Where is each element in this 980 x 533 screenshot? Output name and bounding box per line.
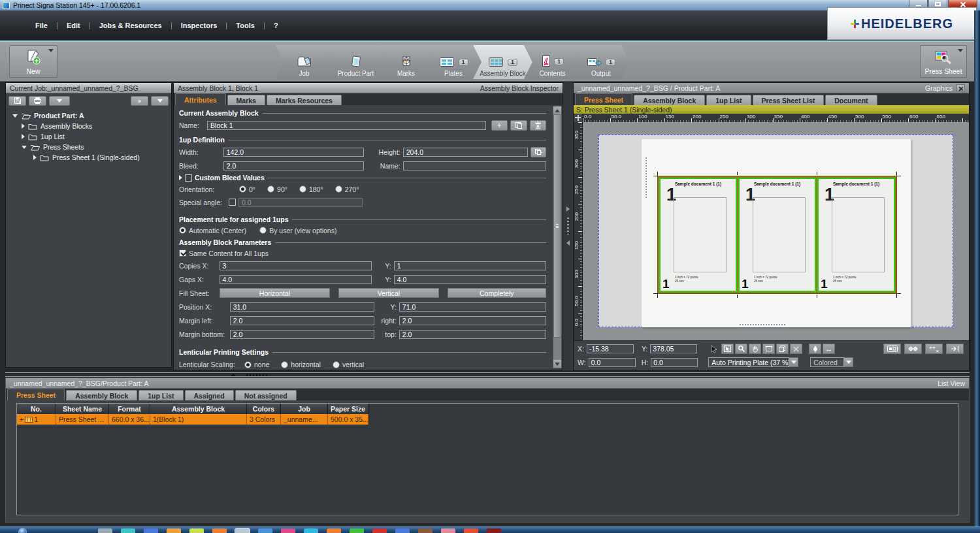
tree-item-product-part[interactable]: Product Part: A [7,110,170,121]
position-x-input[interactable]: 31.0 [230,302,374,312]
lenticular-vertical-radio[interactable] [333,361,340,368]
orientation-0-radio[interactable] [239,186,246,193]
pages-tool[interactable] [776,344,789,354]
zoom-tool[interactable] [735,344,747,354]
pan-tool[interactable] [749,344,761,354]
column-header[interactable]: Format [109,404,150,414]
lenticular-horizontal-radio[interactable] [281,361,288,368]
press-sheet-dropdown-icon[interactable] [958,49,963,52]
taskbar-icon[interactable] [258,528,272,533]
tab-assembly-block-list-view[interactable]: Assembly Block [66,390,137,400]
step-contents[interactable]: 1 Contents [524,45,581,79]
taskbar-icon[interactable] [464,528,478,533]
column-header[interactable]: No. [17,404,56,414]
copies-y-input[interactable]: 1 [394,261,546,270]
duplicate-block-button[interactable] [510,120,527,131]
tab-marks-resources[interactable]: Marks Resources [267,95,342,105]
expander-open-icon[interactable] [22,146,27,149]
column-header[interactable]: Assembly Block [150,404,247,414]
ink-tool[interactable] [809,344,821,354]
gears-button[interactable] [904,344,922,354]
block-name-input[interactable]: Block 1 [207,121,486,130]
selection-width-field[interactable]: 0.0 [589,358,636,367]
expander-closed-icon[interactable] [22,134,25,139]
cursor-y-field[interactable]: 378.05 [650,344,697,353]
gaps-x-input[interactable]: 4.0 [220,275,372,284]
tab-press-sheet-list[interactable]: Press Sheet List [753,95,825,105]
copies-x-input[interactable]: 3 [220,261,372,270]
fill-completely-button[interactable]: Completely [448,288,546,298]
cursor-x-field[interactable]: -15.38 [587,344,634,353]
step-product-part[interactable]: Product Part [325,45,387,79]
tab-1up-list[interactable]: 1up List [706,95,751,105]
taskbar-icon-active[interactable] [235,528,250,533]
placement-automatic-radio[interactable] [179,227,186,234]
menu-help[interactable]: ? [265,22,287,29]
taskbar-icon[interactable] [441,528,455,533]
zoom-level-dropdown[interactable]: Auto Printing Plate (37 %) [708,357,798,367]
tab-1up-list-view[interactable]: 1up List [139,390,183,400]
taskbar-icon[interactable] [372,528,387,533]
tab-document[interactable]: Document [825,95,877,105]
taskbar-icon[interactable] [487,528,501,533]
taskbar-icon[interactable] [281,528,295,533]
tab-press-sheet-list-view[interactable]: Press Sheet [7,389,65,400]
expander-closed-icon[interactable] [179,175,182,180]
custom-bleed-checkbox[interactable] [185,174,192,182]
taskbar-icon[interactable] [304,528,318,533]
step-output[interactable]: 1 Output [572,45,630,79]
chevron-down-icon[interactable] [789,357,798,367]
scroll-up-button[interactable] [553,106,561,114]
measure-tool[interactable]: ↔ [823,344,835,354]
margin-right-input[interactable]: 2.0 [399,316,546,325]
sample-document-1up[interactable]: Sample document 1 (1) 1 1 1 inch = 72 po… [659,178,737,292]
swap-dimensions-button[interactable] [531,147,546,157]
column-header[interactable]: Sheet Name [56,404,109,414]
show-plate-button[interactable] [883,344,901,354]
panel-splitter-vertical[interactable] [563,82,573,370]
position-y-input[interactable]: 71.0 [399,302,546,312]
height-input[interactable]: 204.0 [403,148,528,157]
margin-bottom-input[interactable]: 2.0 [230,330,374,339]
taskbar-icon[interactable] [121,528,135,533]
width-input[interactable]: 142.0 [223,148,364,157]
oneup-name-input[interactable] [403,161,546,170]
tree-item-press-sheet-1[interactable]: Press Sheet 1 (Single-sided) [7,152,170,163]
step-job[interactable]: Job [275,45,333,79]
new-dropdown-icon[interactable] [48,49,54,52]
margin-top-input[interactable]: 2.0 [399,330,546,339]
same-content-checkbox[interactable] [179,250,186,257]
taskbar-icon[interactable] [98,528,112,533]
tree-item-press-sheets[interactable]: Press Sheets [7,142,170,152]
scrollbar-thumb[interactable] [553,114,561,338]
tree-options-dropdown[interactable] [49,96,70,106]
tab-not-assigned[interactable]: Not assigned [235,390,297,400]
orientation-180-radio[interactable] [299,186,306,193]
column-header[interactable]: Paper Size [328,404,368,414]
menu-inspectors[interactable]: Inspectors [172,22,227,29]
menu-file[interactable]: File [26,22,57,29]
sheet-preview-canvas[interactable]: Sample document 1 (1) 1 1 1 inch = 72 po… [583,122,969,340]
placement-by-user-radio[interactable] [259,227,267,234]
chevron-down-icon[interactable] [844,357,853,367]
save-button[interactable] [8,96,26,106]
table-row[interactable]: + 1 Press Sheet ... 660.0 x 36... 1(Bloc… [17,414,958,425]
tab-assembly-block[interactable]: Assembly Block [634,95,705,105]
print-button[interactable] [29,96,46,106]
rectangle-tool[interactable] [762,344,775,354]
tree-item-assembly-blocks[interactable]: Assembly Blocks [7,121,170,131]
special-angle-input[interactable]: 0.0 [238,198,363,207]
menu-jobs-resources[interactable]: Jobs & Resources [90,22,171,29]
lenticular-none-radio[interactable] [244,361,252,368]
new-button[interactable]: New [9,45,57,78]
taskbar-icon[interactable] [212,528,227,533]
taskbar-icon[interactable] [395,528,410,533]
step-assembly-block[interactable]: 1 Assembly Block [473,45,532,79]
tab-assigned[interactable]: Assigned [185,390,234,400]
menu-tools[interactable]: Tools [227,22,264,29]
tree-item-1up-list[interactable]: 1up List [7,131,170,142]
taskbar-icon[interactable] [167,528,181,533]
column-header[interactable]: Job [281,404,328,414]
fill-vertical-button[interactable]: Vertical [338,288,438,298]
panel-splitter-horizontal[interactable] [5,372,970,377]
